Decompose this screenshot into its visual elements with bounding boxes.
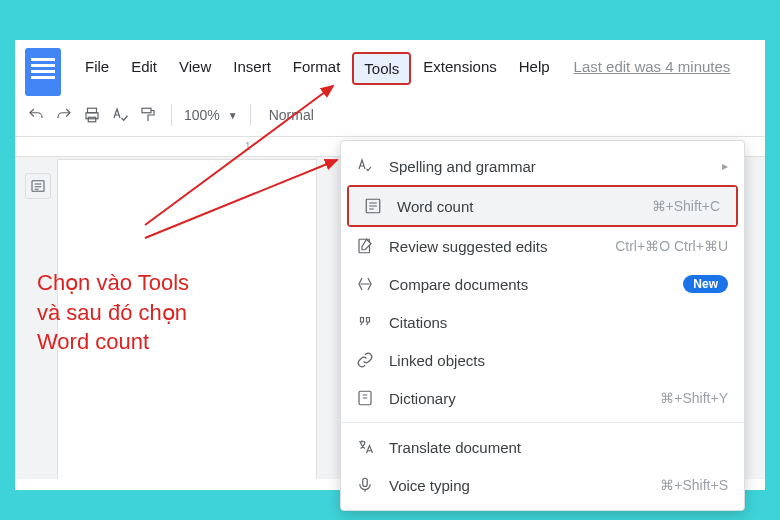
menu-item-spelling[interactable]: Spelling and grammar ▸ xyxy=(341,147,744,185)
toolbar: 100% ▼ Normal xyxy=(15,96,765,137)
tools-dropdown: Spelling and grammar ▸ Word count ⌘+Shif… xyxy=(340,140,745,511)
annotation-line: Chọn vào Tools xyxy=(37,268,267,298)
svg-rect-3 xyxy=(142,108,151,113)
document-title[interactable] xyxy=(75,44,755,46)
app-window: File Edit View Insert Format Tools Exten… xyxy=(15,40,765,490)
redo-icon[interactable] xyxy=(53,104,75,126)
ruler-tick: 1 xyxy=(245,141,251,152)
paint-format-icon[interactable] xyxy=(137,104,159,126)
svg-rect-0 xyxy=(88,108,97,113)
zoom-selector[interactable]: 100% ▼ xyxy=(184,107,238,123)
keyboard-shortcut: Ctrl+⌘O Ctrl+⌘U xyxy=(615,238,728,254)
menu-view[interactable]: View xyxy=(169,52,221,85)
link-icon xyxy=(355,350,375,370)
paragraph-style-selector[interactable]: Normal xyxy=(263,107,320,123)
toolbar-separator xyxy=(250,104,251,126)
menu-item-linked-objects[interactable]: Linked objects xyxy=(341,341,744,379)
menu-item-compare[interactable]: Compare documents New xyxy=(341,265,744,303)
undo-icon[interactable] xyxy=(25,104,47,126)
annotation-callout: Chọn vào Tools và sau đó chọn Word count xyxy=(37,268,267,357)
submenu-arrow-icon: ▸ xyxy=(722,159,728,173)
translate-icon xyxy=(355,437,375,457)
compare-icon xyxy=(355,274,375,294)
menu-item-label: Spelling and grammar xyxy=(389,158,708,175)
menu-item-label: Dictionary xyxy=(389,390,646,407)
menu-extensions[interactable]: Extensions xyxy=(413,52,506,85)
menu-edit[interactable]: Edit xyxy=(121,52,167,85)
annotation-line: Word count xyxy=(37,327,267,357)
spellcheck-icon[interactable] xyxy=(109,104,131,126)
toolbar-separator xyxy=(171,104,172,126)
spelling-icon xyxy=(355,156,375,176)
microphone-icon xyxy=(355,475,375,495)
caret-down-icon: ▼ xyxy=(228,110,238,121)
menu-insert[interactable]: Insert xyxy=(223,52,281,85)
menu-bar: File Edit View Insert Format Tools Exten… xyxy=(75,52,755,85)
menu-format[interactable]: Format xyxy=(283,52,351,85)
menu-item-label: Word count xyxy=(397,198,638,215)
menu-tools[interactable]: Tools xyxy=(354,54,409,83)
keyboard-shortcut: ⌘+Shift+Y xyxy=(660,390,728,406)
menu-file[interactable]: File xyxy=(75,52,119,85)
last-edit-link[interactable]: Last edit was 4 minutes xyxy=(574,52,731,85)
menu-item-review-edits[interactable]: Review suggested edits Ctrl+⌘O Ctrl+⌘U xyxy=(341,227,744,265)
zoom-value: 100% xyxy=(184,107,220,123)
print-icon[interactable] xyxy=(81,104,103,126)
keyboard-shortcut: ⌘+Shift+C xyxy=(652,198,720,214)
title-area: File Edit View Insert Format Tools Exten… xyxy=(15,40,765,96)
menu-item-label: Translate document xyxy=(389,439,728,456)
menu-item-translate[interactable]: Translate document xyxy=(341,428,744,466)
annotation-line: và sau đó chọn xyxy=(37,298,267,328)
menu-item-dictionary[interactable]: Dictionary ⌘+Shift+Y xyxy=(341,379,744,417)
menu-item-citations[interactable]: Citations xyxy=(341,303,744,341)
svg-rect-8 xyxy=(363,478,368,486)
menu-divider xyxy=(341,422,744,423)
review-edits-icon xyxy=(355,236,375,256)
document-outline-button[interactable] xyxy=(25,173,51,199)
new-badge: New xyxy=(683,275,728,293)
docs-logo-icon[interactable] xyxy=(25,48,61,96)
keyboard-shortcut: ⌘+Shift+S xyxy=(660,477,728,493)
menu-item-label: Voice typing xyxy=(389,477,646,494)
svg-rect-2 xyxy=(88,117,96,122)
dictionary-icon xyxy=(355,388,375,408)
citations-icon xyxy=(355,312,375,332)
menu-item-label: Compare documents xyxy=(389,276,669,293)
menu-help[interactable]: Help xyxy=(509,52,560,85)
menu-item-label: Review suggested edits xyxy=(389,238,601,255)
menu-item-voice-typing[interactable]: Voice typing ⌘+Shift+S xyxy=(341,466,744,504)
menu-item-label: Citations xyxy=(389,314,728,331)
word-count-icon xyxy=(363,196,383,216)
menu-item-label: Linked objects xyxy=(389,352,728,369)
menu-item-word-count[interactable]: Word count ⌘+Shift+C xyxy=(349,187,736,225)
